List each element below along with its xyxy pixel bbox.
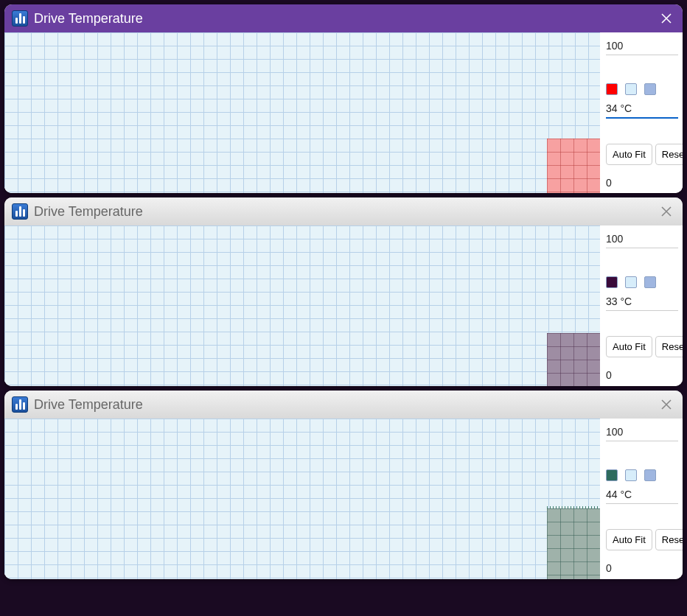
window-title: Drive Temperature xyxy=(34,11,658,27)
color-swatch[interactable] xyxy=(625,83,637,95)
color-swatch[interactable] xyxy=(606,83,618,95)
color-swatch[interactable] xyxy=(625,469,637,481)
color-swatch[interactable] xyxy=(644,469,656,481)
autofit-button[interactable]: Auto Fit xyxy=(606,336,652,357)
temperature-panel: Drive Temperature 100 34 °C Auto Fit Res… xyxy=(4,4,683,193)
chart-bar xyxy=(547,333,600,386)
chart-area xyxy=(4,419,600,579)
color-swatch[interactable] xyxy=(606,276,618,288)
chart-bar xyxy=(547,139,600,193)
chart-app-icon xyxy=(12,203,28,220)
color-swatch[interactable] xyxy=(606,469,618,481)
color-swatch[interactable] xyxy=(625,276,637,288)
min-value-field[interactable]: 0 xyxy=(606,174,678,192)
temperature-panel: Drive Temperature 100 44 °C Auto Fit Res… xyxy=(4,391,683,579)
chart-bar xyxy=(547,508,600,579)
color-swatches xyxy=(606,276,678,288)
color-swatches xyxy=(606,83,678,95)
reset-button[interactable]: Reset xyxy=(655,336,683,357)
chart-area xyxy=(4,32,600,193)
close-icon[interactable] xyxy=(658,10,675,27)
close-icon[interactable] xyxy=(658,203,675,220)
chart-area xyxy=(4,225,600,386)
color-swatches xyxy=(606,469,678,481)
titlebar[interactable]: Drive Temperature xyxy=(4,4,683,32)
min-value-field[interactable]: 0 xyxy=(606,366,678,384)
window-title: Drive Temperature xyxy=(34,204,658,220)
sidebar: 100 33 °C Auto Fit Reset 0 xyxy=(600,225,683,386)
max-value-field[interactable]: 100 xyxy=(606,37,678,55)
temperature-field[interactable]: 34 °C xyxy=(606,99,678,119)
reset-button[interactable]: Reset xyxy=(655,144,683,165)
chart-app-icon xyxy=(12,10,28,27)
close-icon[interactable] xyxy=(658,396,675,413)
titlebar[interactable]: Drive Temperature xyxy=(4,197,683,225)
sidebar: 100 44 °C Auto Fit Reset 0 xyxy=(600,419,683,579)
max-value-field[interactable]: 100 xyxy=(606,230,678,248)
sidebar: 100 34 °C Auto Fit Reset 0 xyxy=(600,32,683,193)
temperature-field[interactable]: 44 °C xyxy=(606,486,678,504)
window-title: Drive Temperature xyxy=(34,397,658,413)
reset-button[interactable]: Reset xyxy=(655,529,683,550)
chart-app-icon xyxy=(12,396,28,413)
autofit-button[interactable]: Auto Fit xyxy=(606,144,652,165)
temperature-field[interactable]: 33 °C xyxy=(606,293,678,311)
autofit-button[interactable]: Auto Fit xyxy=(606,529,652,550)
temperature-panel: Drive Temperature 100 33 °C Auto Fit Res… xyxy=(4,197,683,386)
min-value-field[interactable]: 0 xyxy=(606,559,678,577)
titlebar[interactable]: Drive Temperature xyxy=(4,391,683,419)
color-swatch[interactable] xyxy=(644,276,656,288)
color-swatch[interactable] xyxy=(644,83,656,95)
max-value-field[interactable]: 100 xyxy=(606,423,678,441)
